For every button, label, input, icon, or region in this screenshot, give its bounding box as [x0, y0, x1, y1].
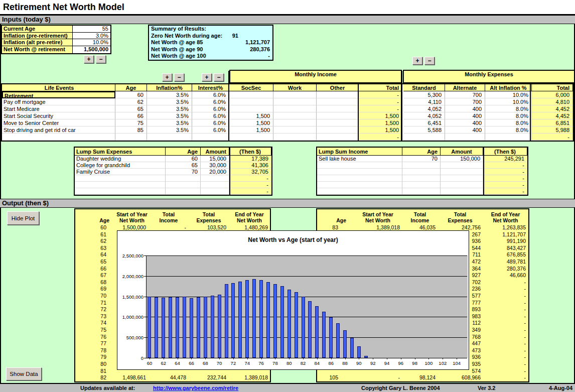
lump-expense-cell[interactable]: 70	[166, 169, 201, 175]
life-event-cell[interactable]: 1,500	[229, 126, 273, 134]
output-cell[interactable]: -	[483, 368, 528, 375]
output-cell[interactable]: 77	[75, 340, 115, 347]
life-event-cell[interactable]: 4,452	[532, 112, 573, 119]
life-event-cell[interactable]: 62	[115, 98, 147, 105]
life-event-cell[interactable]: 400	[445, 112, 485, 119]
life-event-cell[interactable]	[273, 98, 317, 105]
output-cell[interactable]: -	[483, 293, 528, 300]
life-event-cell[interactable]	[485, 134, 532, 141]
life-event-cell[interactable]: 3.5%	[147, 112, 192, 119]
life-event-cell[interactable]: 1,500	[229, 119, 273, 126]
lump-income-cell[interactable]: -	[483, 188, 527, 195]
lump-income-cell[interactable]	[402, 162, 441, 169]
output-cell[interactable]: -	[353, 374, 402, 381]
output-cell[interactable]: -	[483, 354, 528, 361]
hide-plot-button[interactable]: Hide Plot	[7, 211, 39, 225]
show-data-button[interactable]: Show Data	[6, 367, 42, 380]
lump-income-cell[interactable]: 245,291	[483, 156, 527, 162]
lump-expense-cell[interactable]: Daughter wedding	[75, 156, 166, 162]
life-event-cell[interactable]: 4,110	[403, 98, 445, 105]
lump-expense-cell[interactable]	[166, 175, 201, 182]
life-event-cell[interactable]: 3.5%	[147, 119, 192, 126]
life-event-cell[interactable]	[273, 112, 317, 119]
life-event-cell[interactable]: 3.5%	[147, 98, 192, 105]
life-event-cell[interactable]: 700	[445, 91, 485, 98]
lump-expense-cell[interactable]: 32,705	[229, 169, 271, 175]
life-event-cell[interactable]: 10.0%	[485, 98, 532, 105]
net-worth-chart[interactable]: Net Worth vs Age (start of year) 0500,00…	[117, 230, 469, 370]
output-cell[interactable]: 62	[75, 238, 115, 245]
output-cell[interactable]: 70	[75, 293, 115, 300]
output-cell[interactable]: -	[483, 334, 528, 341]
lump-income-cell[interactable]	[441, 162, 483, 169]
life-event-cell[interactable]	[229, 98, 273, 105]
output-cell[interactable]: 81	[75, 368, 115, 375]
life-event-cell[interactable]: 3.5%	[147, 91, 192, 98]
input-value[interactable]: 1,500,000	[73, 46, 110, 53]
interest-minus-button[interactable]: −	[214, 73, 224, 81]
inflation-minus-button[interactable]: −	[174, 73, 184, 81]
output-cell[interactable]: 67	[75, 272, 115, 279]
life-event-cell[interactable]: Move to Senior Center	[2, 119, 115, 126]
life-event-cell[interactable]	[317, 98, 359, 105]
life-event-cell[interactable]: 3.5%	[147, 126, 192, 134]
life-event-cell[interactable]	[229, 91, 273, 98]
lump-income-cell[interactable]: 150,000	[441, 156, 483, 162]
output-cell[interactable]: 98,124	[402, 374, 438, 381]
expenses-plus-button[interactable]: +	[412, 57, 422, 65]
lump-expense-cell[interactable]	[166, 182, 201, 188]
lump-income-cell[interactable]: Sell lake house	[317, 156, 402, 162]
input-value[interactable]: 10.0%	[73, 39, 110, 46]
inputs-plus-button[interactable]: +	[84, 55, 94, 63]
lump-income-cell[interactable]	[441, 175, 483, 182]
lump-income-cell[interactable]	[317, 188, 402, 195]
life-event-cell[interactable]: 1,500	[359, 119, 402, 126]
lump-expense-cell[interactable]	[75, 182, 166, 188]
output-cell[interactable]: 80	[75, 361, 115, 368]
lump-income-cell[interactable]: 70	[402, 156, 441, 162]
lump-income-cell[interactable]	[402, 188, 441, 195]
input-value[interactable]: 55	[73, 26, 110, 33]
inputs-minus-button[interactable]: −	[96, 55, 106, 63]
lump-income-cell[interactable]	[317, 182, 402, 188]
output-cell[interactable]: 66	[75, 266, 115, 273]
life-event-cell[interactable]: -	[359, 134, 402, 141]
life-event-cell[interactable]: 5,300	[403, 91, 445, 98]
output-cell[interactable]: 79	[75, 354, 115, 361]
output-cell[interactable]: 44,478	[149, 374, 189, 381]
expenses-minus-button[interactable]: −	[424, 57, 435, 65]
lump-expense-cell[interactable]: 41,306	[229, 162, 271, 169]
output-cell[interactable]: 68	[75, 279, 115, 286]
footer-link[interactable]: http://www.garybeene.com/retire	[153, 384, 238, 392]
output-cell[interactable]: 71	[75, 300, 115, 307]
lump-income-cell[interactable]	[402, 175, 441, 182]
life-event-cell[interactable]: 60	[115, 91, 147, 98]
output-cell[interactable]: -	[483, 286, 528, 293]
lump-expense-cell[interactable]	[201, 188, 229, 195]
output-cell[interactable]: 232,744	[189, 374, 229, 381]
output-cell[interactable]: 1,121,707	[483, 231, 528, 238]
life-event-cell[interactable]: 6.0%	[192, 105, 229, 112]
life-event-cell[interactable]: 4,810	[532, 98, 573, 105]
life-event-cell[interactable]: -	[359, 91, 402, 98]
output-cell[interactable]: -	[483, 306, 528, 313]
life-event-cell[interactable]	[273, 91, 317, 98]
life-event-cell[interactable]: Start Social Security	[2, 112, 115, 119]
life-event-cell[interactable]	[317, 105, 359, 112]
lump-income-cell[interactable]: -	[483, 182, 527, 188]
output-cell[interactable]: 489,781	[483, 258, 528, 266]
lump-expense-cell[interactable]: -	[229, 182, 271, 188]
lump-income-cell[interactable]	[402, 169, 441, 175]
life-event-cell[interactable]: 6.0%	[192, 98, 229, 105]
life-event-cell[interactable]: -	[359, 105, 402, 112]
input-value[interactable]: 3.0%	[73, 33, 110, 40]
output-cell[interactable]: -	[483, 327, 528, 334]
life-event-cell[interactable]: 6.0%	[192, 91, 229, 98]
life-event-cell[interactable]: 6,000	[532, 91, 573, 98]
life-event-cell[interactable]: 4,052	[403, 112, 445, 119]
life-event-cell[interactable]	[147, 134, 192, 141]
output-cell[interactable]: 63	[75, 245, 115, 252]
life-event-cell[interactable]: 6.0%	[192, 112, 229, 119]
lump-expense-cell[interactable]: 15,000	[201, 156, 229, 162]
life-event-cell[interactable]	[317, 119, 359, 126]
